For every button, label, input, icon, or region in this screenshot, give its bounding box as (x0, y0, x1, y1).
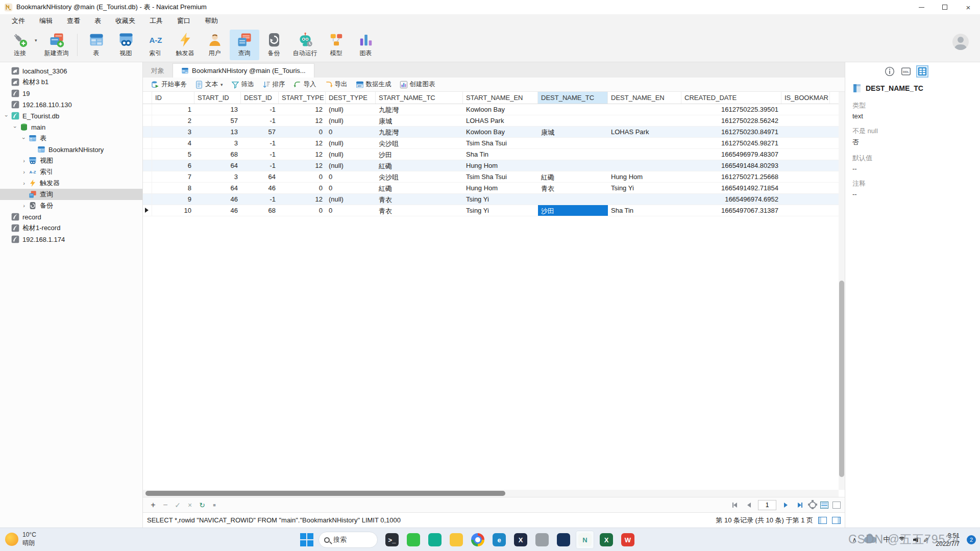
taskbar-gray-app-icon[interactable] (533, 531, 551, 549)
grid-toolbar-datagen-button[interactable]: ABC数据生成 (352, 79, 396, 91)
table-cell[interactable]: 1665496979.48307 (681, 149, 781, 160)
tray-expand-icon[interactable]: ∧ (852, 536, 857, 543)
sidebar-item[interactable]: ›main (0, 121, 142, 133)
table-cell[interactable] (781, 115, 830, 126)
row-gutter[interactable] (143, 104, 152, 115)
table-cell[interactable]: 12 (279, 160, 326, 171)
dropdown-caret-icon[interactable]: ▾ (220, 82, 223, 87)
expand-arrow-icon[interactable]: › (20, 169, 28, 175)
sidebar-item[interactable]: localhost_3306 (0, 65, 142, 77)
column-header[interactable]: DEST_TYPE (326, 92, 376, 104)
table-cell[interactable]: 3 (152, 127, 194, 137)
toolbar-charts-button[interactable]: 图表 (351, 30, 381, 60)
tab-objects[interactable]: 对象 (143, 64, 173, 78)
table-cell[interactable]: 1612750225.39501 (681, 104, 781, 115)
table-cell[interactable]: 0 (279, 205, 326, 216)
column-header[interactable]: ID (152, 92, 194, 104)
sidebar-item[interactable]: 192.168.1.174 (0, 234, 142, 245)
wifi-icon[interactable] (898, 537, 906, 543)
taskbar-wps-icon[interactable]: W (619, 531, 637, 549)
row-gutter[interactable] (143, 115, 152, 126)
table-cell[interactable] (538, 160, 608, 171)
toggle-left-panel-icon[interactable] (818, 517, 827, 524)
table-cell[interactable]: 0 (279, 127, 326, 137)
volume-muted-icon[interactable]: × (913, 537, 916, 543)
table-cell[interactable]: 康城 (538, 127, 608, 137)
toolbar-new-query-button[interactable]: 新建查询 (40, 30, 73, 60)
row-gutter[interactable] (143, 138, 152, 148)
previous-page-button[interactable] (744, 500, 754, 510)
column-header[interactable]: IS_BOOKMAR (781, 92, 830, 104)
ddl-icon[interactable]: DDL (901, 66, 911, 77)
table-cell[interactable] (538, 138, 608, 148)
add-record-button[interactable]: + (147, 499, 159, 511)
table-cell[interactable]: 1612750271.25668 (681, 171, 781, 182)
table-cell[interactable]: 46 (241, 183, 279, 193)
row-gutter[interactable] (143, 171, 152, 182)
column-header[interactable]: START_ID (194, 92, 241, 104)
table-cell[interactable]: 12 (279, 149, 326, 160)
discard-changes-button[interactable]: × (184, 499, 196, 511)
expand-arrow-icon[interactable]: › (4, 112, 10, 119)
table-cell[interactable]: 57 (194, 115, 241, 126)
maximize-button[interactable] (933, 0, 957, 14)
table-cell[interactable]: Hung Hom (608, 171, 681, 182)
table-cell[interactable]: 68 (194, 149, 241, 160)
column-header[interactable]: DEST_NAME_TC (538, 92, 608, 104)
sidebar-item[interactable]: 检材1-record (0, 222, 142, 234)
user-avatar[interactable] (952, 34, 969, 50)
table-cell[interactable] (781, 183, 830, 193)
table-cell[interactable]: -1 (241, 160, 279, 171)
table-cell[interactable]: 10 (152, 205, 194, 216)
column-header[interactable]: DEST_ID (241, 92, 279, 104)
table-cell[interactable]: 57 (241, 127, 279, 137)
weather-widget[interactable]: 10°C 晴朗 (5, 531, 36, 547)
menu-item[interactable]: 帮助 (198, 15, 225, 27)
info-icon[interactable] (885, 66, 895, 77)
table-cell[interactable]: 12 (279, 104, 326, 115)
table-cell[interactable]: 1665497067.31387 (681, 205, 781, 216)
menu-item[interactable]: 文件 (5, 15, 32, 27)
table-cell[interactable]: LOHAS Park (463, 115, 538, 126)
table-cell[interactable]: 沙田 (538, 205, 608, 216)
table-cell[interactable]: (null) (326, 194, 376, 205)
tab-table-data[interactable]: BookmarkNHistory @main (E_Touris... (173, 63, 314, 78)
table-cell[interactable]: 0 (326, 171, 376, 182)
next-page-button[interactable] (780, 500, 791, 510)
ime-indicator[interactable]: 中 (884, 535, 891, 544)
table-cell[interactable] (608, 194, 681, 205)
table-cell[interactable]: 青衣 (376, 194, 463, 205)
table-cell[interactable]: Tsim Sha Tsui (463, 138, 538, 148)
table-cell[interactable] (781, 138, 830, 148)
column-header[interactable]: CREATED_DATE (681, 92, 781, 104)
table-cell[interactable]: 0 (279, 183, 326, 193)
taskbar-clock[interactable]: 9:51 2022/7/7 (936, 532, 960, 548)
taskbar-navicat-icon[interactable]: N (576, 531, 594, 549)
table-cell[interactable]: 8 (152, 183, 194, 193)
table-cell[interactable] (781, 104, 830, 115)
table-cell[interactable]: 3 (194, 171, 241, 182)
grid-toolbar-transaction-button[interactable]: 开始事务 (147, 79, 191, 91)
table-cell[interactable]: 13 (194, 127, 241, 137)
table-cell[interactable]: 青衣 (376, 205, 463, 216)
page-settings-gear-icon[interactable] (809, 502, 816, 509)
table-cell[interactable] (781, 194, 830, 205)
table-cell[interactable]: (null) (326, 160, 376, 171)
toolbar-trigger-button[interactable]: 触发器 (170, 30, 200, 60)
table-cell[interactable]: 0 (326, 183, 376, 193)
row-gutter[interactable] (143, 127, 152, 137)
table-cell[interactable] (538, 194, 608, 205)
toolbar-index-button[interactable]: A-Z索引 (141, 30, 170, 60)
toolbar-connection-button[interactable]: 连接 (5, 30, 35, 60)
horizontal-scrollbar-thumb[interactable] (145, 491, 505, 496)
table-cell[interactable]: (null) (326, 115, 376, 126)
table-cell[interactable]: Sha Tin (608, 205, 681, 216)
table-cell[interactable]: 5 (152, 149, 194, 160)
sidebar-item[interactable]: ›表 (0, 133, 142, 144)
table-cell[interactable]: 9 (152, 194, 194, 205)
table-cell[interactable]: 1665496974.6952 (681, 194, 781, 205)
vertical-scrollbar[interactable] (839, 92, 845, 490)
toolbar-table-button[interactable]: 表 (82, 30, 111, 60)
table-cell[interactable]: 1665491492.71854 (681, 183, 781, 193)
table-cell[interactable]: 12 (279, 115, 326, 126)
